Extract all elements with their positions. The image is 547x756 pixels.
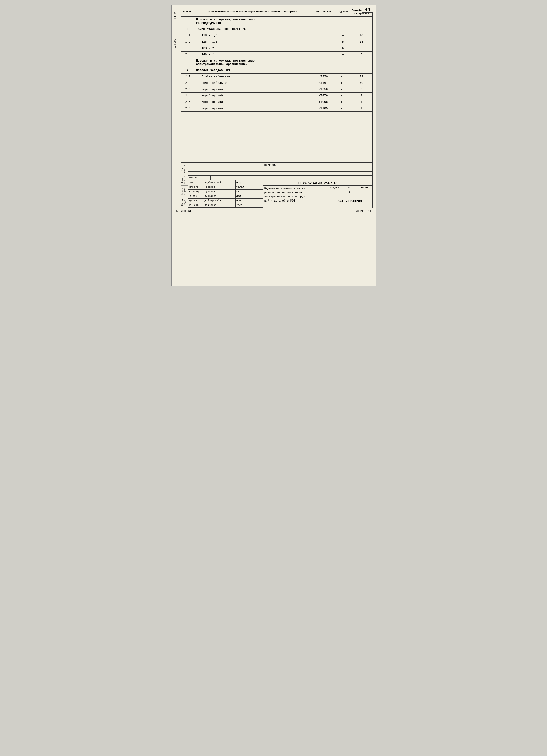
item-type [311, 52, 336, 58]
item-num: I.I [181, 32, 195, 39]
group-qty [351, 26, 372, 32]
role-signature: Ном [236, 199, 263, 203]
role-name: Суриков [204, 190, 236, 194]
doc-title: Ведомость изделий и мате- риалов для изг… [263, 186, 327, 208]
stamp-role-row: Нач отд Терехов Феней [188, 185, 263, 190]
role-name: Надбальский [204, 180, 236, 185]
item-unit: шт. [336, 74, 351, 80]
group-unit [336, 67, 351, 73]
inv-no-label: Инв № [188, 176, 211, 180]
sheet-value: I [342, 190, 358, 195]
item-qty: 60 [351, 80, 372, 86]
item-unit: шт. [336, 86, 351, 92]
item-unit: м [336, 32, 351, 39]
stamp-left-label-3: Взам. инв. № [181, 174, 188, 185]
table-row: I.4 Т48 x 2 м 5 [181, 52, 372, 58]
table-row: I.2 Т25 x I,6 м I5 [181, 39, 372, 45]
sheet-label: Лист [342, 186, 358, 190]
section-text: Изделия и материалы, поставляемые генпод… [195, 17, 311, 26]
page-number: 44 [362, 6, 373, 13]
group-unit [336, 26, 351, 32]
group-text: Трубы стальные ГОСТ I0704-76 [195, 26, 311, 32]
role-title: Гл спец [188, 194, 204, 198]
filler-row [181, 118, 372, 124]
item-name: Полка кабельная [195, 80, 311, 86]
filler-rows [181, 112, 372, 163]
role-title: Рук го [188, 199, 204, 203]
item-num: I.2 [181, 39, 195, 45]
item-type [311, 45, 336, 51]
group-num: I [181, 26, 195, 32]
section-num [181, 17, 195, 26]
table-row: 2.4 Короб прямой УI079 шт. 2 [181, 93, 372, 99]
group-text: Изделия заводов ГЭМ [195, 67, 311, 73]
table-row: 2.3 Короб прямой УI050 шт. 8 [181, 86, 372, 93]
item-name: Короб прямой [195, 86, 311, 92]
filler-row [181, 137, 372, 143]
table-row: 2.I Стойка кабельная КII50 шт. I9 [181, 74, 372, 80]
section-text: Изделия и материалы, поставляемые электр… [195, 58, 311, 67]
role-title: Н. контр [188, 190, 204, 194]
role-signature: Усел [236, 203, 263, 207]
item-type [311, 39, 336, 45]
item-type: КII6I [311, 80, 336, 86]
format-label: Формат А4 [356, 209, 371, 213]
role-title: Нач отд [188, 185, 204, 189]
item-num: 2.I [181, 74, 195, 80]
filler-row [181, 124, 372, 131]
item-unit: шт. [336, 105, 351, 111]
header-unit: Ед изм [336, 7, 351, 16]
item-unit: м [336, 39, 351, 45]
item-name: Короб прямой [195, 105, 311, 111]
role-name: Исаченко [204, 203, 236, 207]
privy-label: Привязан [263, 163, 345, 167]
stamp-left-label-4: Подпись и дата [181, 185, 188, 197]
stamp-left-label-2: Инв. инв. № [181, 163, 188, 174]
group-qty [351, 67, 372, 73]
stamp-role-row: Гип Надбальский Адд [188, 180, 263, 185]
table-row: 2.2 Полка кабельная КII6I шт. 60 [181, 80, 372, 86]
item-num: 2.6 [181, 105, 195, 111]
album-label: Альбом [173, 39, 176, 48]
item-name: Т25 x I,6 [195, 39, 311, 45]
item-num: I.4 [181, 52, 195, 58]
stamp-role-row: Рук го Дойтерштейн Ном [188, 199, 263, 203]
header-type: Тип, марка [311, 7, 336, 16]
item-qty: 8 [351, 86, 372, 92]
table-row: 2.5 Короб прямой УI098 шт. I [181, 99, 372, 105]
role-title: Гип [188, 180, 204, 185]
item-qty: 5 [351, 45, 372, 51]
item-name: Т18 x I,6 [195, 32, 311, 39]
filler-row [181, 112, 372, 118]
copy-label: Копировал [176, 209, 191, 213]
item-name: Т33 x 2 [195, 45, 311, 51]
org-name: ЛАТГИПРОПРОМ [327, 195, 372, 208]
table-row: 2.6 Короб прямой УII05 шт. I [181, 105, 372, 112]
group-header-row: I Трубы стальные ГОСТ I0704-76 [181, 26, 372, 32]
item-type [311, 32, 336, 39]
filler-row [181, 143, 372, 150]
header-name: Наименование и техническая характеристик… [195, 7, 311, 16]
section-code: II.2 [173, 12, 177, 19]
data-rows: Изделия и материалы, поставляемые генпод… [181, 17, 372, 112]
group-num: 2 [181, 67, 195, 73]
item-num: 2.4 [181, 93, 195, 99]
table-header: № п.п. Наименование и техническая характ… [181, 7, 372, 17]
role-name: Терехов [204, 185, 236, 189]
section-header-row: Изделия и материалы, поставляемые генпод… [181, 17, 372, 26]
stamp-role-row: Гл спец Викманис Иам [188, 194, 263, 199]
item-qty: I5 [351, 39, 372, 45]
item-type: УI050 [311, 86, 336, 92]
item-type: УII05 [311, 105, 336, 111]
bottom-captions: Копировал Формат А4 [172, 208, 376, 214]
stamp-role-row: Н. контр Суриков Гm... [188, 190, 263, 194]
filler-row [181, 156, 372, 163]
sheets-value [358, 190, 372, 195]
item-type: УI098 [311, 99, 336, 105]
stamp-area: Инв. инв. № Взам. инв. № Подпись и дата … [181, 163, 372, 208]
section-header-row: Изделия и материалы, поставляемые электр… [181, 58, 372, 67]
stage-value: Р [327, 190, 343, 195]
item-num: 2.5 [181, 99, 195, 105]
sheets-label: Листов [358, 186, 372, 190]
role-signature: Иам [236, 194, 263, 198]
